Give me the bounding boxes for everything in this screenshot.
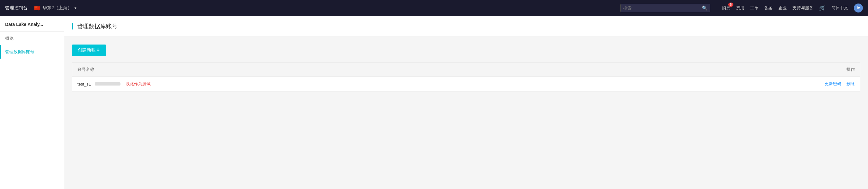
col-header-name: 账号名称 <box>72 63 796 77</box>
nav-item-icp[interactable]: 备案 <box>764 5 773 11</box>
nav-right-items: 消息 5 费用 工单 备案 企业 支持与服务 🛒 简体中文 Ie <box>722 3 863 12</box>
region-selector[interactable]: 🇨🇳 华东2（上海） ▼ <box>34 5 77 11</box>
sidebar: Data Lake Analy... 概览 管理数据库账号 <box>0 16 64 189</box>
create-account-button[interactable]: 创建新账号 <box>72 44 106 56</box>
accounts-table: 账号名称 操作 test_s1 以此作为测试 <box>72 63 860 91</box>
message-badge: 5 <box>728 3 734 7</box>
nav-item-support[interactable]: 支持与服务 <box>793 5 813 11</box>
nav-item-ticket[interactable]: 工单 <box>750 5 758 11</box>
page-header: 管理数据库账号 <box>64 16 868 37</box>
header-accent-bar <box>72 23 73 30</box>
search-bar[interactable]: 🔍 <box>620 4 710 12</box>
col-header-ops: 操作 <box>796 63 860 77</box>
sidebar-title: Data Lake Analy... <box>0 16 64 32</box>
avatar[interactable]: Ie <box>854 3 863 12</box>
account-redacted-value <box>95 82 121 85</box>
nav-item-enterprise[interactable]: 企业 <box>778 5 787 11</box>
account-name-container: test_s1 以此作为测试 <box>78 81 791 87</box>
nav-item-messages[interactable]: 消息 5 <box>722 5 730 11</box>
cart-icon[interactable]: 🛒 <box>819 5 826 11</box>
chevron-down-icon: ▼ <box>74 6 77 10</box>
sidebar-item-manage-accounts[interactable]: 管理数据库账号 <box>0 45 64 59</box>
search-input[interactable] <box>623 6 700 10</box>
page-title: 管理数据库账号 <box>77 23 118 30</box>
delete-link[interactable]: 删除 <box>846 81 855 86</box>
search-icon: 🔍 <box>702 5 707 10</box>
top-navigation: 管理控制台 🇨🇳 华东2（上海） ▼ 🔍 消息 5 费用 工单 备案 企业 支持… <box>0 0 868 16</box>
content-body: 创建新账号 账号名称 操作 test_s1 以此作为测试 <box>64 37 868 99</box>
region-label: 华东2（上海） <box>42 5 72 11</box>
account-ops-cell: 更新密码 删除 <box>796 77 860 91</box>
account-name-text: test_s1 <box>78 82 91 86</box>
table-header-row: 账号名称 操作 <box>72 63 860 77</box>
table-row: test_s1 以此作为测试 更新密码 删除 <box>72 77 860 91</box>
language-selector[interactable]: 简体中文 <box>831 5 848 11</box>
sidebar-item-overview[interactable]: 概览 <box>0 32 64 45</box>
account-name-cell: test_s1 以此作为测试 <box>72 77 796 91</box>
main-layout: Data Lake Analy... 概览 管理数据库账号 管理数据库账号 创建… <box>0 16 868 189</box>
brand-label: 管理控制台 <box>5 5 28 11</box>
nav-item-billing[interactable]: 费用 <box>736 5 744 11</box>
region-flag: 🇨🇳 <box>34 5 40 11</box>
main-content: 管理数据库账号 创建新账号 账号名称 操作 test_s1 <box>64 16 868 189</box>
account-test-label: 以此作为测试 <box>126 81 151 87</box>
update-password-link[interactable]: 更新密码 <box>825 81 841 86</box>
